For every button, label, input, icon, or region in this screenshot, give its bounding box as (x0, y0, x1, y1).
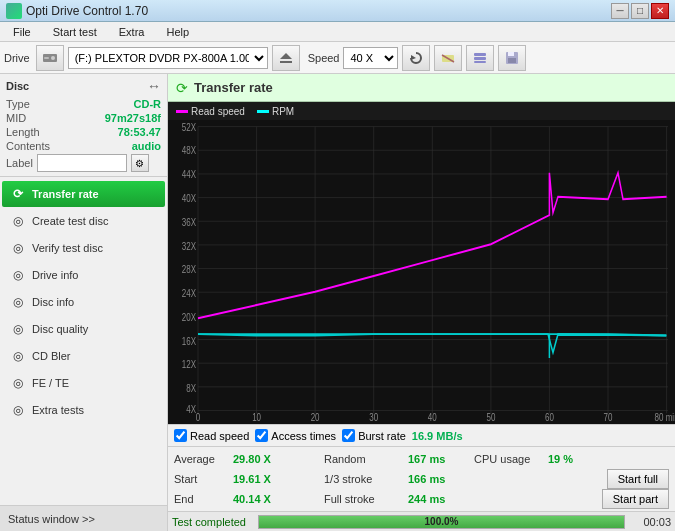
stat-end-label: End (174, 493, 229, 505)
main-layout: Disc ↔ Type CD-R MID 97m27s18f Length 78… (0, 74, 675, 531)
right-panel: ⟳ Transfer rate Read speed RPM (168, 74, 675, 531)
cd-bler-icon: ◎ (10, 348, 26, 364)
nav-item-transfer-rate[interactable]: ⟳ Transfer rate (2, 181, 165, 207)
start-part-button[interactable]: Start part (602, 489, 669, 509)
save-button[interactable] (498, 45, 526, 71)
nav-item-disc-info[interactable]: ◎ Disc info (2, 289, 165, 315)
svg-text:60: 60 (545, 412, 554, 423)
progress-percentage: 100.0% (259, 516, 624, 528)
read-speed-checkbox-label: Read speed (190, 430, 249, 442)
legend-read-speed-label: Read speed (191, 106, 245, 117)
legend-read-speed: Read speed (176, 106, 245, 117)
svg-rect-13 (508, 58, 516, 63)
nav-label-disc-quality: Disc quality (32, 323, 88, 335)
svg-rect-8 (474, 53, 486, 56)
nav-item-create-test-disc[interactable]: ◎ Create test disc (2, 208, 165, 234)
burst-rate-value: 16.9 MB/s (412, 430, 463, 442)
drive-icon-btn[interactable] (36, 45, 64, 71)
drive-info-icon: ◎ (10, 267, 26, 283)
disc-label-label: Label (6, 157, 33, 169)
chart-area: 52X 48X 44X 40X 36X 32X 28X 24X 20X 16X … (168, 120, 675, 424)
menu-bar: File Start test Extra Help (0, 22, 675, 42)
title-buttons: ─ □ ✕ (611, 3, 669, 19)
menu-start-test[interactable]: Start test (44, 23, 106, 41)
nav-label-cd-bler: CD Bler (32, 350, 71, 362)
svg-text:20: 20 (311, 412, 320, 423)
speed-label: Speed (308, 52, 340, 64)
stat-full-stroke: Full stroke 244 ms (324, 493, 474, 505)
disc-label-edit-btn[interactable]: ⚙ (131, 154, 149, 172)
burst-rate-checkbox-label: Burst rate (358, 430, 406, 442)
chart-svg: 52X 48X 44X 40X 36X 32X 28X 24X 20X 16X … (168, 120, 675, 424)
read-speed-checkbox[interactable] (174, 429, 187, 442)
chart-header: ⟳ Transfer rate (168, 74, 675, 102)
access-times-checkbox-group: Access times (255, 429, 336, 442)
disc-length-value: 78:53.47 (118, 126, 161, 138)
drive-select[interactable]: (F:) PLEXTOR DVDR PX-800A 1.00 (68, 47, 268, 69)
progress-time: 00:03 (631, 516, 671, 528)
erase-button[interactable] (434, 45, 462, 71)
legend-read-speed-color (176, 110, 188, 113)
app-icon (6, 3, 22, 19)
svg-text:8X: 8X (186, 383, 196, 394)
svg-text:48X: 48X (182, 145, 197, 156)
disc-type-label: Type (6, 98, 30, 110)
disc-type-row: Type CD-R (6, 98, 161, 110)
nav-item-drive-info[interactable]: ◎ Drive info (2, 262, 165, 288)
maximize-button[interactable]: □ (631, 3, 649, 19)
stats-area: Average 29.80 X Random 167 ms CPU usage … (168, 446, 675, 511)
left-panel: Disc ↔ Type CD-R MID 97m27s18f Length 78… (0, 74, 168, 531)
nav-label-create-test-disc: Create test disc (32, 215, 108, 227)
status-window-button[interactable]: Status window >> (0, 505, 167, 531)
svg-text:40: 40 (428, 412, 437, 423)
drive-label: Drive (4, 52, 30, 64)
nav-item-extra-tests[interactable]: ◎ Extra tests (2, 397, 165, 423)
svg-rect-10 (474, 61, 486, 63)
svg-text:12X: 12X (182, 359, 197, 370)
nav-item-cd-bler[interactable]: ◎ CD Bler (2, 343, 165, 369)
title-bar: Opti Drive Control 1.70 ─ □ ✕ (0, 0, 675, 22)
stat-average: Average 29.80 X (174, 453, 324, 465)
options-button[interactable] (466, 45, 494, 71)
menu-extra[interactable]: Extra (110, 23, 154, 41)
nav-item-verify-test-disc[interactable]: ◎ Verify test disc (2, 235, 165, 261)
nav-label-drive-info: Drive info (32, 269, 78, 281)
start-full-button[interactable]: Start full (607, 469, 669, 489)
svg-rect-4 (280, 61, 292, 63)
disc-info-icon: ◎ (10, 294, 26, 310)
menu-file[interactable]: File (4, 23, 40, 41)
nav-item-disc-quality[interactable]: ◎ Disc quality (2, 316, 165, 342)
burst-rate-checkbox-group: Burst rate (342, 429, 406, 442)
stats-row-1: Average 29.80 X Random 167 ms CPU usage … (174, 449, 669, 469)
svg-text:0: 0 (196, 412, 200, 423)
disc-label-row: Label ⚙ (6, 154, 161, 172)
minimize-button[interactable]: ─ (611, 3, 629, 19)
create-test-disc-icon: ◎ (10, 213, 26, 229)
menu-help[interactable]: Help (157, 23, 198, 41)
access-times-checkbox[interactable] (255, 429, 268, 442)
stat-end: End 40.14 X (174, 493, 324, 505)
disc-expand-btn[interactable]: ↔ (147, 78, 161, 94)
svg-text:80 min: 80 min (655, 412, 675, 423)
svg-text:10: 10 (252, 412, 261, 423)
speed-select[interactable]: 40 X (343, 47, 398, 69)
stat-start-label: Start (174, 473, 229, 485)
svg-text:20X: 20X (182, 312, 197, 323)
close-button[interactable]: ✕ (651, 3, 669, 19)
disc-type-value: CD-R (134, 98, 162, 110)
svg-rect-12 (508, 52, 514, 56)
svg-rect-14 (168, 120, 675, 424)
legend-rpm: RPM (257, 106, 294, 117)
stat-1-3-stroke-value: 166 ms (408, 473, 445, 485)
svg-text:16X: 16X (182, 336, 197, 347)
disc-label-input[interactable] (37, 154, 127, 172)
legend-rpm-color (257, 110, 269, 113)
refresh-button[interactable] (402, 45, 430, 71)
burst-rate-checkbox[interactable] (342, 429, 355, 442)
nav-item-fe-te[interactable]: ◎ FE / TE (2, 370, 165, 396)
svg-text:32X: 32X (182, 241, 197, 252)
svg-text:52X: 52X (182, 122, 197, 133)
eject-button[interactable] (272, 45, 300, 71)
svg-point-1 (51, 56, 55, 60)
stat-average-value: 29.80 X (233, 453, 271, 465)
